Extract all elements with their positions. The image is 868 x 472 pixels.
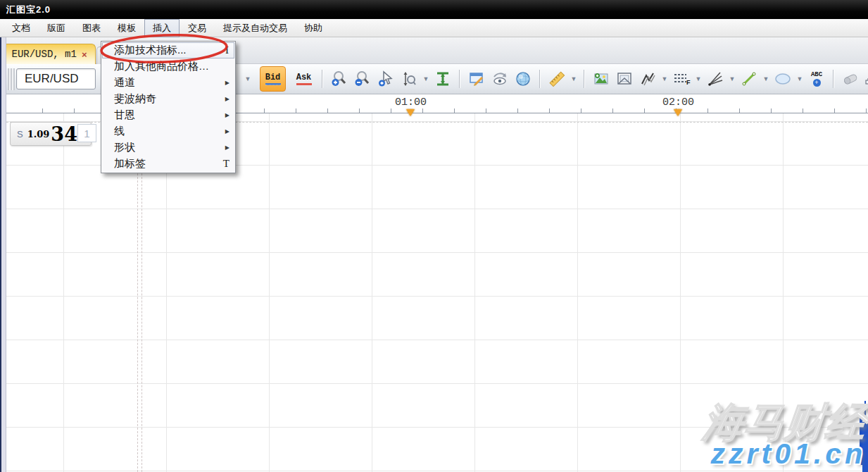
ask-button[interactable]: Ask — [291, 66, 316, 92]
edit-window-icon[interactable] — [466, 68, 487, 89]
menu-item-line[interactable]: 线 ▶ — [102, 123, 234, 139]
quantity-field[interactable]: 1 — [77, 124, 96, 142]
menubar-item-alerts-autotrade[interactable]: 提示及自动交易 — [215, 19, 296, 37]
zoom-range-dropdown-icon[interactable]: ▼ — [422, 75, 430, 82]
menu-item-label: 形状 — [114, 141, 225, 154]
menubar-item-document[interactable]: 文档 — [4, 19, 39, 37]
polyline-icon[interactable] — [637, 68, 658, 89]
plus-badge-icon: + — [813, 79, 821, 87]
abc-text: ABC — [811, 72, 822, 78]
axis-label-0200: 02:00 — [662, 97, 694, 108]
menu-item-label: 通道 — [114, 76, 225, 89]
svg-text:F: F — [686, 79, 691, 86]
quote-points: 34 — [51, 125, 77, 144]
axis-label-0100: 01:00 — [395, 97, 427, 108]
quote-big-figure: 1.09 — [27, 129, 50, 139]
frame-icon[interactable] — [614, 68, 635, 89]
hour-marker-icon — [674, 109, 682, 116]
title-bar: 汇图宝2.0 — [0, 0, 868, 19]
label-abc-icon[interactable]: ABC + — [806, 68, 827, 89]
insert-menu: 添加技术指标... I 加入其他商品价格… 通道 ▶ 斐波納奇 ▶ 甘恩 ▶ 线… — [101, 41, 236, 173]
pointer-zoom-icon[interactable] — [375, 68, 396, 89]
submenu-arrow-icon: ▶ — [225, 96, 229, 102]
separator — [584, 70, 585, 88]
fit-vertical-icon[interactable] — [432, 68, 453, 89]
menu-bar: 文档 版面 图表 模板 插入 交易 提示及自动交易 协助 — [0, 19, 868, 37]
insert-image-icon[interactable] — [591, 68, 612, 89]
menubar-item-chart[interactable]: 图表 — [74, 19, 109, 37]
menu-item-add-symbol-price[interactable]: 加入其他商品价格… — [102, 58, 234, 75]
separator — [539, 70, 541, 88]
eraser-icon[interactable] — [840, 68, 861, 89]
indicator-list-icon[interactable]: F — [671, 68, 692, 89]
menu-item-shortcut: T — [223, 158, 229, 170]
ask-label: Ask — [296, 73, 312, 82]
menu-item-label: 线 — [114, 125, 225, 138]
symbol-select-value: EUR/USD — [25, 72, 79, 86]
ellipse-tool-icon[interactable] — [772, 68, 793, 89]
menu-item-shape[interactable]: 形状 ▶ — [102, 139, 234, 156]
ellipse-tool-dropdown-icon[interactable]: ▼ — [795, 75, 804, 82]
menu-item-label: 加入其他商品价格… — [114, 60, 229, 73]
menu-item-add-label[interactable]: 加标签 T — [102, 156, 234, 172]
menu-item-label: 甘恩 — [114, 108, 225, 122]
window-left-edge — [0, 37, 6, 472]
submenu-arrow-icon: ▶ — [225, 128, 229, 135]
menu-item-add-indicator[interactable]: 添加技术指标... I — [102, 42, 234, 58]
menu-item-label: 斐波納奇 — [114, 92, 225, 106]
menu-item-label: 添加技术指标... — [114, 44, 225, 57]
watermark-url: zzrt01.cn — [711, 437, 866, 471]
ask-underline — [296, 83, 312, 85]
bid-button[interactable]: Bid — [260, 66, 286, 92]
toolbar-grip[interactable] — [8, 68, 15, 90]
refresh-view-icon[interactable] — [489, 68, 510, 89]
ruler-dropdown-icon[interactable]: ▼ — [570, 75, 578, 82]
menubar-item-template[interactable]: 模板 — [109, 19, 144, 37]
menu-item-gann[interactable]: 甘恩 ▶ — [102, 107, 234, 123]
fan-lines-icon[interactable] — [705, 68, 726, 89]
submenu-arrow-icon: ▶ — [225, 144, 229, 151]
zoom-range-icon[interactable] — [398, 68, 420, 89]
submenu-arrow-icon: ▶ — [225, 80, 229, 86]
symbol-select[interactable]: EUR/USD — [16, 68, 96, 89]
separator — [833, 70, 834, 88]
ruler-icon[interactable] — [546, 68, 567, 89]
tab-label: EUR/USD, m1 — [11, 49, 76, 60]
fan-lines-dropdown-icon[interactable]: ▼ — [728, 75, 736, 82]
close-icon[interactable]: × — [82, 49, 87, 60]
hour-marker-icon — [406, 109, 415, 116]
zoom-in-icon[interactable] — [329, 68, 350, 89]
bid-label: Bid — [265, 73, 281, 82]
line-draw-icon[interactable] — [738, 68, 760, 89]
line-draw-dropdown-icon[interactable]: ▼ — [762, 75, 770, 82]
polyline-dropdown-icon[interactable]: ▼ — [660, 75, 669, 82]
menubar-item-help[interactable]: 协助 — [296, 19, 331, 37]
chart-type-dropdown-icon[interactable]: ▼ — [244, 75, 252, 82]
zoom-out-icon[interactable] — [352, 68, 373, 89]
window-title: 汇图宝2.0 — [0, 4, 51, 16]
menu-item-channel[interactable]: 通道 ▶ — [102, 75, 234, 91]
separator — [459, 70, 460, 88]
tab-eurusd-m1[interactable]: EUR/USD, m1 × — [3, 44, 96, 64]
menu-item-label: 加标签 — [114, 157, 223, 170]
menu-item-shortcut: I — [225, 44, 229, 56]
bid-underline — [265, 83, 281, 85]
separator — [322, 70, 323, 88]
globe-icon[interactable] — [512, 68, 534, 89]
quote-side: S — [17, 129, 23, 139]
menubar-item-insert[interactable]: 插入 — [144, 19, 180, 37]
submenu-arrow-icon: ▶ — [225, 112, 229, 118]
menubar-item-trade[interactable]: 交易 — [180, 19, 215, 37]
indicator-list-dropdown-icon[interactable]: ▼ — [694, 75, 703, 82]
menubar-item-layout[interactable]: 版面 — [39, 19, 74, 37]
menu-item-fibonacci[interactable]: 斐波納奇 ▶ — [102, 91, 234, 107]
hierarchy-icon[interactable] — [863, 68, 868, 89]
